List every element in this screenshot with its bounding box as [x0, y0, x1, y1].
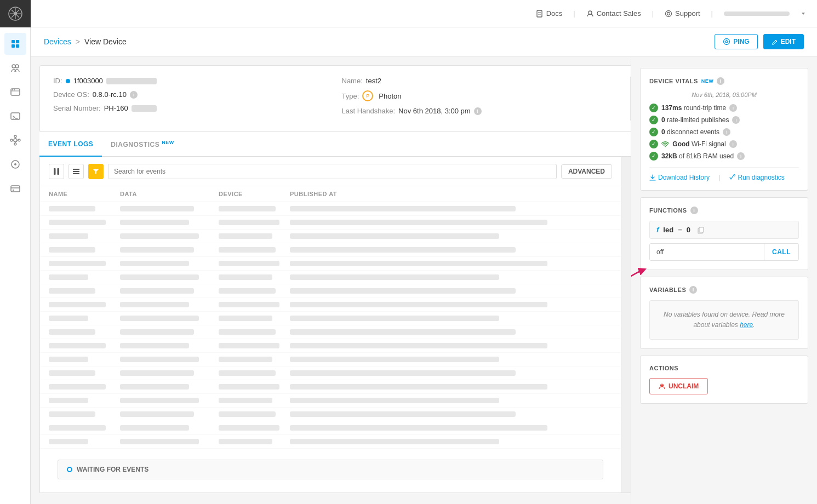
- breadcrumb-devices[interactable]: Devices: [44, 37, 71, 46]
- vitals-info-icon[interactable]: i: [717, 77, 724, 85]
- serial-value: PH-160: [104, 104, 128, 112]
- svg-point-17: [14, 89, 15, 90]
- svg-rect-49: [699, 227, 704, 232]
- variables-card: VARIABLES i No variables found on device…: [640, 277, 808, 349]
- vital-wifi: Good Wi-Fi signal i: [649, 140, 799, 148]
- vital-rate-limited: 0 rate-limited publishes i: [649, 116, 799, 124]
- variables-here-link[interactable]: here: [740, 321, 753, 329]
- table-row: [40, 216, 621, 230]
- col-data: DATA: [120, 191, 219, 197]
- svg-rect-2: [537, 10, 542, 17]
- device-os-info-icon[interactable]: i: [130, 91, 138, 99]
- unclaim-icon: [659, 383, 665, 390]
- photon-badge: P: [362, 90, 373, 101]
- handshake-info-icon[interactable]: i: [474, 107, 482, 115]
- functions-card: FUNCTIONS i f led = 0 CALL: [640, 197, 808, 270]
- disconnect-info-icon[interactable]: i: [723, 128, 730, 136]
- tab-event-logs[interactable]: EVENT LOGS: [39, 133, 102, 157]
- table-row: [40, 353, 621, 366]
- sidebar-item-billing[interactable]: [4, 177, 26, 199]
- event-table-header: NAME DATA DEVICE PUBLISHED AT: [40, 186, 621, 202]
- svg-rect-10: [12, 44, 15, 48]
- table-row: [40, 380, 621, 394]
- col-published-at: PUBLISHED AT: [290, 191, 612, 197]
- table-row: [40, 298, 621, 312]
- list-view-button[interactable]: [68, 164, 84, 179]
- variables-info-icon[interactable]: i: [689, 286, 697, 294]
- rtt-info-icon[interactable]: i: [729, 104, 737, 112]
- wifi-info-icon[interactable]: i: [729, 140, 737, 148]
- table-row: [40, 421, 621, 435]
- diagnostics-icon: [729, 174, 735, 181]
- sidebar-item-integrations[interactable]: [4, 129, 26, 151]
- filter-icon: [93, 169, 99, 174]
- table-row: [40, 243, 621, 257]
- func-f-icon: f: [656, 226, 659, 234]
- table-row: [40, 202, 621, 216]
- device-type: Photon: [379, 92, 401, 100]
- pause-button[interactable]: [49, 164, 64, 179]
- table-row: [40, 435, 621, 449]
- waiting-label: WAITING FOR EVENTS: [77, 466, 148, 473]
- ram-info-icon[interactable]: i: [737, 152, 745, 160]
- device-os-value: 0.8.0-rc.10: [93, 90, 127, 99]
- sidebar-item-devices[interactable]: [4, 33, 26, 55]
- waiting-banner: WAITING FOR EVENTS: [58, 460, 603, 479]
- table-row: [40, 230, 621, 243]
- table-row: [40, 339, 621, 353]
- contact-sales-link[interactable]: Contact Sales: [586, 9, 641, 18]
- svg-point-24: [18, 139, 20, 141]
- event-logs-panel: ADVANCED NAME DATA DEVICE PUBLISHED AT: [40, 157, 621, 492]
- user-menu[interactable]: [724, 12, 790, 16]
- serial-row: Serial Number: PH-160 ■■■■■■■: [53, 104, 342, 112]
- actions-title: ACTIONS: [649, 365, 799, 371]
- svg-rect-43: [73, 169, 79, 170]
- call-button[interactable]: CALL: [764, 244, 798, 260]
- func-input[interactable]: [650, 244, 764, 260]
- docs-link[interactable]: Docs: [536, 9, 563, 18]
- subheader: Devices > View Device PING EDIT: [31, 27, 817, 56]
- top-nav: Docs | Contact Sales | Support |: [536, 9, 806, 18]
- device-id: 1f003000: [73, 77, 103, 85]
- svg-rect-11: [16, 44, 19, 48]
- sidebar-item-cli[interactable]: [4, 105, 26, 127]
- copy-icon[interactable]: [697, 226, 705, 234]
- sidebar-item-console[interactable]: [4, 81, 26, 103]
- filter-button[interactable]: [88, 164, 104, 179]
- table-row: [40, 284, 621, 298]
- tab-diagnostics[interactable]: DIAGNOSTICSNEW: [102, 132, 182, 157]
- support-link[interactable]: Support: [665, 9, 700, 18]
- functions-info-icon[interactable]: i: [690, 207, 698, 214]
- svg-point-6: [666, 10, 672, 16]
- device-id-blurred: ■■■■■■■■■■■■: [106, 78, 157, 84]
- device-info-mid: Name: test2 Type: P Photon Last Handshak…: [342, 77, 631, 121]
- sidebar-item-functions[interactable]: [4, 153, 26, 175]
- device-os-row: Device OS: 0.8.0-rc.10 i: [53, 90, 342, 99]
- table-row: [40, 325, 621, 339]
- sidebar-item-groups[interactable]: [4, 57, 26, 79]
- logo[interactable]: [0, 0, 31, 27]
- breadcrumb-current: View Device: [84, 37, 127, 46]
- edit-button[interactable]: EDIT: [763, 34, 804, 49]
- run-diagnostics-link[interactable]: Run diagnostics: [729, 173, 784, 181]
- col-name: NAME: [49, 191, 120, 197]
- func-input-row: CALL: [649, 243, 799, 261]
- svg-point-5: [589, 11, 592, 14]
- rate-info-icon[interactable]: i: [732, 116, 740, 124]
- unclaim-button[interactable]: UNCLAIM: [649, 378, 708, 394]
- download-icon: [649, 174, 656, 181]
- advanced-button[interactable]: ADVANCED: [561, 164, 612, 179]
- table-row: [40, 408, 621, 421]
- table-row: [40, 394, 621, 408]
- header-actions: PING EDIT: [715, 34, 804, 49]
- download-history-link[interactable]: Download History: [649, 173, 710, 181]
- svg-point-1: [14, 12, 17, 15]
- svg-point-21: [14, 135, 16, 138]
- search-input[interactable]: [108, 164, 557, 179]
- breadcrumb: Devices > View Device: [44, 37, 127, 46]
- vital-rtt: 137ms round-trip time i: [649, 104, 799, 112]
- device-name: test2: [366, 77, 381, 85]
- ping-button[interactable]: PING: [715, 34, 757, 49]
- handshake-row: Last Handshake: Nov 6th 2018, 3:00 pm i: [342, 107, 631, 115]
- svg-point-22: [14, 143, 16, 145]
